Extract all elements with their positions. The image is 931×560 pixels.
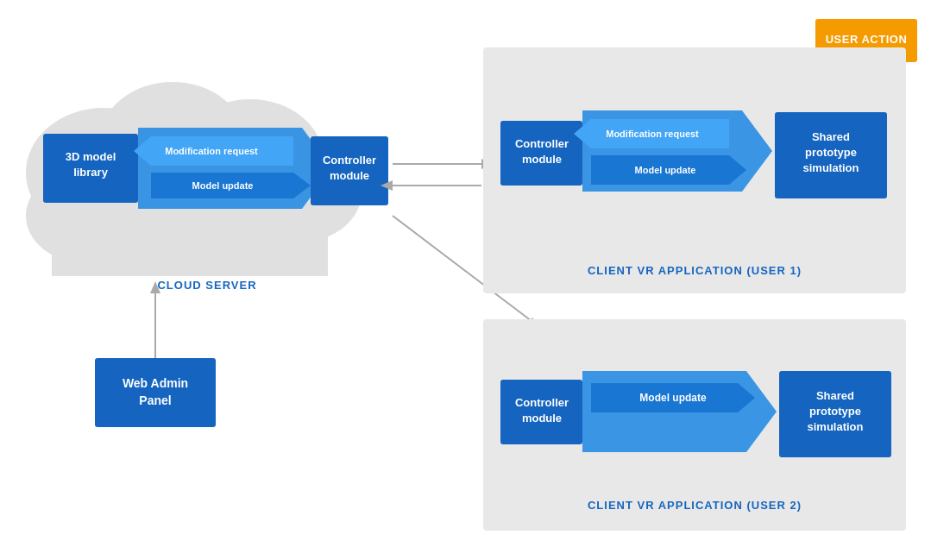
svg-text:prototype: prototype	[809, 405, 861, 418]
svg-text:Controller: Controller	[515, 396, 569, 409]
svg-text:module: module	[330, 169, 369, 182]
svg-point-2	[177, 99, 324, 220]
svg-marker-12	[151, 173, 311, 198]
svg-text:USER ACTION: USER ACTION	[826, 33, 908, 46]
svg-text:prototype: prototype	[805, 146, 857, 159]
svg-marker-32	[861, 112, 871, 126]
svg-text:CLOUD SERVER: CLOUD SERVER	[157, 279, 256, 292]
svg-text:CLIENT VR APPLICATION (USER 2): CLIENT VR APPLICATION (USER 2)	[588, 499, 802, 512]
svg-marker-52	[591, 383, 755, 412]
svg-text:Controller: Controller	[515, 137, 569, 150]
svg-marker-9	[138, 128, 332, 209]
svg-rect-33	[483, 47, 906, 293]
svg-text:Shared: Shared	[816, 389, 854, 402]
svg-rect-29	[815, 19, 917, 62]
svg-text:Modification request: Modification request	[606, 129, 699, 139]
svg-text:Model update: Model update	[639, 392, 707, 404]
svg-rect-18	[95, 358, 216, 427]
svg-text:simulation: simulation	[802, 161, 859, 174]
svg-text:simulation: simulation	[807, 420, 863, 433]
svg-text:Shared: Shared	[812, 130, 850, 143]
svg-rect-42	[775, 112, 887, 198]
svg-marker-28	[527, 318, 540, 329]
svg-text:Panel: Panel	[139, 393, 171, 407]
svg-point-4	[26, 168, 147, 263]
svg-rect-48	[500, 380, 582, 444]
svg-text:CLIENT VR APPLICATION (USER 1): CLIENT VR APPLICATION (USER 1)	[588, 264, 802, 277]
svg-rect-47	[483, 319, 906, 531]
svg-rect-34	[500, 121, 582, 186]
cloud-shape	[26, 82, 362, 276]
svg-text:module: module	[522, 153, 562, 166]
svg-point-3	[242, 138, 362, 242]
svg-text:Controller: Controller	[323, 154, 376, 167]
svg-rect-54	[779, 371, 891, 457]
svg-marker-22	[150, 281, 160, 293]
svg-point-1	[99, 82, 246, 203]
svg-text:Web Admin: Web Admin	[123, 376, 188, 390]
svg-rect-5	[52, 181, 328, 276]
svg-marker-51	[582, 371, 777, 452]
svg-text:module: module	[522, 412, 562, 425]
svg-rect-14	[311, 136, 388, 205]
svg-marker-37	[582, 110, 772, 192]
svg-point-0	[26, 108, 181, 237]
svg-text:library: library	[73, 166, 109, 179]
svg-marker-24	[481, 159, 494, 169]
svg-line-27	[393, 216, 535, 324]
svg-marker-40	[591, 155, 746, 185]
svg-text:Model update: Model update	[635, 165, 696, 175]
svg-rect-6	[43, 134, 138, 203]
svg-text:3D model: 3D model	[66, 150, 116, 163]
main-svg: 3D model library Modification request Mo…	[0, 0, 931, 560]
svg-marker-38	[574, 119, 729, 148]
svg-text:Modification request: Modification request	[165, 146, 258, 156]
svg-marker-10	[134, 136, 293, 166]
svg-text:Model update: Model update	[192, 180, 254, 191]
svg-marker-26	[381, 180, 393, 191]
diagram-container: 3D model library Modification request Mo…	[0, 0, 931, 560]
